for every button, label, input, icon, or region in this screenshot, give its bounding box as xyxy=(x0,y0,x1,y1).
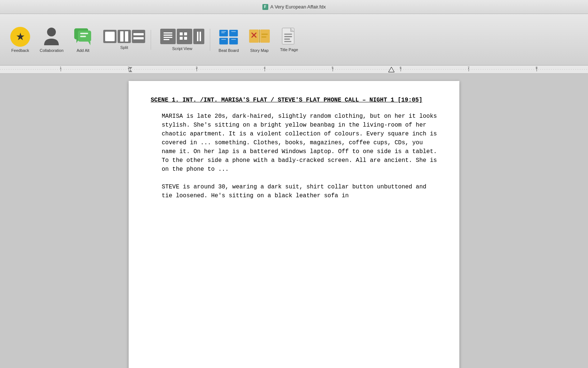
svg-rect-19 xyxy=(219,38,228,44)
svg-rect-23 xyxy=(232,31,236,32)
svg-rect-21 xyxy=(222,31,226,32)
split-group: Split xyxy=(100,30,151,50)
svg-rect-6 xyxy=(80,36,86,37)
svg-rect-26 xyxy=(249,29,259,43)
action-paragraph-2: STEVE is around 30, wearing a dark suit,… xyxy=(151,183,437,200)
split-label: Split xyxy=(120,45,128,50)
split-pause-button[interactable] xyxy=(118,30,131,43)
feedback-label: Feedback xyxy=(11,48,29,53)
svg-rect-24 xyxy=(222,39,226,40)
svg-rect-9 xyxy=(164,37,172,38)
svg-rect-16 xyxy=(200,32,201,41)
ruler xyxy=(0,66,588,74)
split-icons xyxy=(103,30,145,43)
svg-rect-15 xyxy=(197,32,198,41)
collaboration-person-icon xyxy=(42,27,61,47)
svg-rect-22 xyxy=(222,32,225,33)
storymap-label: Story Map xyxy=(250,48,269,53)
titlepage-icon xyxy=(281,28,297,46)
svg-rect-32 xyxy=(262,36,266,38)
storymap-icon xyxy=(248,27,270,47)
split-equal-button[interactable] xyxy=(132,30,145,43)
svg-rect-7 xyxy=(164,32,172,33)
svg-rect-18 xyxy=(229,30,238,36)
addalt-label: Add Alt xyxy=(76,48,89,53)
scriptview-label: Script View xyxy=(172,46,192,51)
feedback-button[interactable]: ★ Feedback xyxy=(7,25,33,54)
svg-rect-31 xyxy=(262,33,268,35)
script-page: SCENE 1. INT. /INT. MARISA'S FLAT / STEV… xyxy=(129,81,459,368)
scriptview-group: Script View xyxy=(157,29,210,51)
split-equal-icon xyxy=(133,33,144,39)
scriptview-list-button[interactable] xyxy=(177,29,192,44)
split-single-button[interactable] xyxy=(103,30,116,43)
title-bar-text: F A Very European Affair.fdx xyxy=(262,4,326,10)
storymap-button[interactable]: Story Map xyxy=(245,25,273,54)
split-pause-icon xyxy=(120,31,128,42)
title-bar: F A Very European Affair.fdx xyxy=(0,0,588,14)
feedback-star-icon: ★ xyxy=(10,27,30,47)
scriptview-icons xyxy=(160,29,204,44)
svg-rect-13 xyxy=(184,32,187,35)
toolbar: ★ Feedback Collaboration xyxy=(0,14,588,66)
svg-rect-5 xyxy=(80,33,88,34)
titlepage-label: Title Page xyxy=(280,47,298,52)
svg-rect-12 xyxy=(180,37,183,40)
svg-rect-37 xyxy=(284,33,292,35)
titlepage-button[interactable]: Title Page xyxy=(277,26,301,53)
svg-rect-38 xyxy=(284,36,292,37)
beatboard-icon xyxy=(219,27,239,47)
beatboard-button[interactable]: Beat Board xyxy=(216,25,242,54)
svg-rect-14 xyxy=(184,37,187,40)
content-area[interactable]: SCENE 1. INT. /INT. MARISA'S FLAT / STEV… xyxy=(0,74,588,368)
addalt-button[interactable]: Add Alt xyxy=(70,25,96,54)
svg-rect-11 xyxy=(180,32,183,35)
collaboration-label: Collaboration xyxy=(40,48,64,53)
scene-heading: SCENE 1. INT. /INT. MARISA'S FLAT / STEV… xyxy=(151,96,437,105)
svg-rect-10 xyxy=(164,39,169,40)
svg-rect-20 xyxy=(229,38,238,44)
action-paragraph-1: MARISA is late 20s, dark-haired, slightl… xyxy=(151,112,437,174)
scriptview-text-button[interactable] xyxy=(160,29,176,44)
ruler-canvas xyxy=(0,66,588,74)
svg-rect-25 xyxy=(232,39,236,40)
svg-rect-40 xyxy=(284,41,291,42)
svg-point-0 xyxy=(47,28,56,36)
addalt-chat-icon xyxy=(73,27,93,47)
svg-marker-4 xyxy=(88,42,90,45)
scriptview-bars-button[interactable] xyxy=(193,29,204,44)
svg-rect-8 xyxy=(164,35,172,36)
filename: A Very European Affair.fdx xyxy=(270,4,326,10)
beatboard-label: Beat Board xyxy=(219,48,239,53)
svg-rect-27 xyxy=(260,29,270,43)
collaboration-button[interactable]: Collaboration xyxy=(37,25,67,54)
svg-rect-39 xyxy=(284,38,290,39)
app-icon: F xyxy=(262,4,268,10)
